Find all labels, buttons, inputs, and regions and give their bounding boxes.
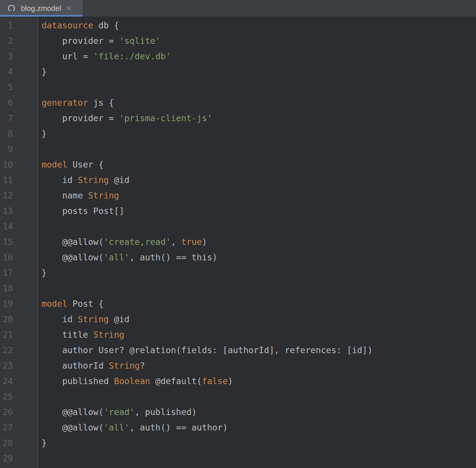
code-line[interactable]: id String @id — [42, 172, 476, 188]
code-token-def: provider = — [42, 113, 119, 123]
code-token-def: id — [42, 175, 78, 185]
code-token-def: @@allow( — [42, 407, 104, 417]
code-line[interactable]: model User { — [42, 157, 476, 172]
code-line[interactable] — [42, 141, 476, 157]
code-token-def: title — [42, 330, 93, 340]
code-token-def: } — [42, 438, 47, 448]
code-editor[interactable]: 1234567891011121314151617181920212223242… — [0, 17, 476, 468]
line-number: 28 — [0, 435, 38, 451]
line-number: 3 — [0, 49, 38, 64]
code-line[interactable]: @@allow('read', published) — [42, 404, 476, 420]
line-number: 21 — [0, 327, 38, 343]
tab-title: blog.zmodel — [21, 4, 61, 13]
code-token-def: js { — [88, 98, 114, 108]
code-line[interactable]: posts Post[] — [42, 203, 476, 219]
code-token-str: 'all' — [104, 252, 129, 262]
code-token-def: @@allow( — [42, 237, 104, 247]
code-line[interactable]: } — [42, 265, 476, 281]
line-number: 24 — [0, 373, 38, 389]
code-line[interactable]: @@allow('create,read', true) — [42, 234, 476, 250]
code-token-def: provider = — [42, 36, 119, 46]
code-token-str: 'prisma-client-js' — [119, 113, 212, 123]
code-line[interactable]: author User? @relation(fields: [authorId… — [42, 343, 476, 358]
code-token-def: published — [42, 376, 114, 386]
line-number: 25 — [0, 389, 38, 404]
code-line[interactable]: url = 'file:./dev.db' — [42, 49, 476, 64]
code-token-def: author User? @relation(fields: [authorId… — [42, 345, 373, 355]
code-token-def: @@allow( — [42, 422, 104, 432]
code-token-def: ? — [140, 361, 145, 371]
code-line[interactable] — [42, 219, 476, 234]
code-token-str: 'create,read' — [104, 237, 171, 247]
code-line[interactable] — [42, 451, 476, 466]
code-line[interactable]: id String @id — [42, 312, 476, 327]
line-number: 18 — [0, 281, 38, 296]
code-token-def: } — [42, 67, 47, 77]
line-number: 6 — [0, 95, 38, 111]
code-token-def: , — [171, 237, 181, 247]
line-number: 20 — [0, 312, 38, 327]
line-number: 27 — [0, 420, 38, 435]
code-token-def: Post { — [67, 299, 103, 309]
code-line[interactable]: provider = 'sqlite' — [42, 33, 476, 49]
code-token-def: name — [42, 190, 88, 200]
code-line[interactable] — [42, 389, 476, 404]
code-token-def: ) — [228, 376, 233, 386]
code-token-def: , auth() == this) — [129, 252, 217, 262]
code-token-def: } — [42, 268, 47, 278]
code-token-def: ) — [202, 237, 207, 247]
code-token-def: @@allow( — [42, 252, 104, 262]
code-token-kw: String — [78, 314, 109, 324]
line-number: 8 — [0, 126, 38, 141]
code-line[interactable]: published Boolean @default(false) — [42, 373, 476, 389]
code-line[interactable]: name String — [42, 188, 476, 203]
zmodel-file-icon — [7, 4, 16, 13]
close-icon[interactable]: ✕ — [66, 5, 72, 12]
code-token-kw: String — [93, 330, 124, 340]
line-number: 10 — [0, 157, 38, 172]
line-number: 7 — [0, 111, 38, 126]
code-token-def: authorId — [42, 361, 109, 371]
code-token-str: 'read' — [104, 407, 135, 417]
line-number: 17 — [0, 265, 38, 281]
tab-blog-zmodel[interactable]: blog.zmodel ✕ — [0, 0, 82, 17]
line-number: 29 — [0, 451, 38, 466]
code-token-kw: String — [88, 190, 119, 200]
code-line[interactable]: @@allow('all', auth() == author) — [42, 420, 476, 435]
code-token-kw: model — [42, 160, 67, 170]
code-line[interactable]: authorId String? — [42, 358, 476, 373]
code-line[interactable]: title String — [42, 327, 476, 343]
code-line[interactable]: } — [42, 126, 476, 141]
code-token-str: 'all' — [104, 422, 129, 432]
line-number: 9 — [0, 141, 38, 157]
code-token-kw: Boolean — [114, 376, 150, 386]
line-number: 23 — [0, 358, 38, 373]
code-line[interactable]: } — [42, 435, 476, 451]
code-token-str: 'sqlite' — [119, 36, 161, 46]
code-token-def: url = — [42, 51, 93, 61]
code-token-def: @id — [109, 314, 129, 324]
code-token-kw: datasource — [42, 20, 93, 30]
editor-tab-bar: blog.zmodel ✕ — [0, 0, 476, 17]
code-token-def: User { — [67, 160, 103, 170]
code-token-def: , auth() == author) — [129, 422, 228, 432]
code-token-str: 'file:./dev.db' — [93, 51, 171, 61]
code-area[interactable]: datasource db { provider = 'sqlite' url … — [38, 17, 476, 468]
code-line[interactable]: provider = 'prisma-client-js' — [42, 111, 476, 126]
code-line[interactable] — [42, 80, 476, 95]
code-token-kw: generator — [42, 98, 88, 108]
code-token-def: @id — [109, 175, 129, 185]
active-tab-underline — [0, 15, 82, 17]
line-number: 11 — [0, 172, 38, 188]
code-token-kw: model — [42, 299, 67, 309]
code-line[interactable]: } — [42, 64, 476, 80]
line-number: 16 — [0, 250, 38, 265]
code-line[interactable]: model Post { — [42, 296, 476, 312]
code-token-def: , published) — [135, 407, 197, 417]
gutter: 1234567891011121314151617181920212223242… — [0, 17, 38, 468]
code-line[interactable]: generator js { — [42, 95, 476, 111]
code-line[interactable]: @@allow('all', auth() == this) — [42, 250, 476, 265]
code-line[interactable] — [42, 281, 476, 296]
code-token-kw: String — [78, 175, 109, 185]
code-line[interactable]: datasource db { — [42, 18, 476, 33]
